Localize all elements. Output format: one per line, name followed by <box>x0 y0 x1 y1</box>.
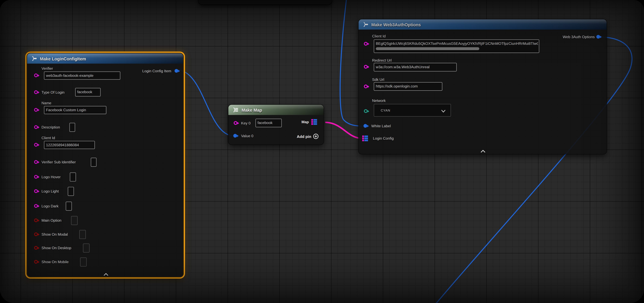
pin-verifier[interactable] <box>34 74 38 77</box>
add-pin-label: Add pin <box>297 134 311 138</box>
redirect-url-input[interactable]: w3a://com.w3a.Web3AuthUnreal <box>374 63 457 72</box>
show-on-mobile-checkbox[interactable] <box>80 258 87 266</box>
output-label-map: Map <box>302 120 309 124</box>
pin-type-of-login[interactable] <box>34 90 38 94</box>
pin-label-login-config: Login Config <box>373 136 394 141</box>
pin-label-key0: Key 0 <box>241 121 250 126</box>
pin-label-show-on-modal: Show On Modal <box>42 232 68 237</box>
pin-show-on-desktop[interactable] <box>34 246 38 250</box>
logo-dark-input[interactable] <box>66 202 72 210</box>
pin-client-id[interactable] <box>34 143 38 147</box>
pin-client-id[interactable] <box>364 42 368 46</box>
pin-login-config[interactable] <box>362 136 368 141</box>
pin-label-verifier: Verifier <box>42 66 53 71</box>
make-struct-icon <box>31 56 37 61</box>
key0-input[interactable]: facebook <box>256 119 282 127</box>
node-make-map[interactable]: Make Map Key 0 facebook Map Value 0 Add … <box>228 105 324 144</box>
pin-label-logo-light: Logo Light <box>42 189 59 194</box>
pin-label-verifier-sub-identifier: Verifier Sub Identifier <box>42 160 76 165</box>
pin-label-white-label: White Label <box>371 124 391 128</box>
client-id-input[interactable]: BEglQSgt4cUWcj6SKRdu5QkOXTsePmMcusG5EAoy… <box>374 40 539 53</box>
blueprint-graph-canvas[interactable]: Make LoginConfigItem Verifier web3auth-f… <box>0 0 644 303</box>
show-on-modal-checkbox[interactable] <box>79 230 86 239</box>
pin-label-value0: Value 0 <box>241 134 254 138</box>
pin-verifier-sub-identifier[interactable] <box>34 160 38 164</box>
pin-label-logo-dark: Logo Dark <box>42 204 58 208</box>
type-of-login-input[interactable]: facebook <box>75 88 100 96</box>
client-id-input[interactable]: 1222658941886084 <box>44 141 95 149</box>
output-label-login-config-item: Login Config Item <box>142 68 171 74</box>
pin-main-option[interactable] <box>34 218 38 222</box>
make-map-icon <box>232 107 239 112</box>
pin-logo-hover[interactable] <box>34 175 38 179</box>
make-struct-icon <box>362 22 368 27</box>
client-id-value: BEglQSgt4cUWcj6SKRdu5QkOXTsePmMcusG5EAoy… <box>376 40 538 47</box>
main-option-checkbox[interactable] <box>71 216 78 225</box>
verifier-input[interactable]: web3auth-facebook-example <box>44 72 120 80</box>
pin-label-show-on-desktop: Show On Desktop <box>42 246 71 250</box>
node-title: Make Map <box>242 107 262 112</box>
pin-logo-dark[interactable] <box>34 204 38 208</box>
add-pin-plus-icon <box>313 134 319 139</box>
add-pin-button[interactable]: Add pin <box>297 134 319 139</box>
collapse-node-button[interactable] <box>104 270 108 278</box>
pin-show-on-modal[interactable] <box>34 232 38 236</box>
pin-label-main-option: Main Option <box>42 218 62 223</box>
description-input[interactable] <box>70 123 75 132</box>
pin-sdk-url[interactable] <box>364 84 368 88</box>
network-selected-value: CYAN <box>381 108 390 112</box>
show-on-desktop-checkbox[interactable] <box>83 244 90 252</box>
node-header[interactable]: Make LoginConfigItem <box>27 53 183 64</box>
pin-value0[interactable] <box>233 134 237 138</box>
sdk-url-input[interactable]: https://sdk.openlogin.com <box>374 82 442 91</box>
node-header[interactable]: Make Web3AuthOptions <box>358 19 606 30</box>
chevron-down-icon <box>441 106 446 114</box>
node-make-web3authoptions[interactable]: Make Web3AuthOptions Client Id BEglQSgt4… <box>358 19 606 154</box>
pin-description[interactable] <box>34 125 38 129</box>
client-id-scrollbar[interactable] <box>376 47 480 50</box>
pin-white-label[interactable] <box>364 124 367 128</box>
pin-logo-light[interactable] <box>34 190 38 193</box>
logo-light-input[interactable] <box>68 187 74 196</box>
pin-label-network: Network <box>372 98 386 103</box>
node-title: Make LoginConfigItem <box>40 56 86 61</box>
pin-network[interactable] <box>364 109 368 113</box>
pin-label-type-of-login: Type Of Login <box>42 90 64 95</box>
output-label-web3auth-options: Web 3Auth Options <box>563 34 595 40</box>
node-header[interactable]: Make Map <box>228 105 324 115</box>
pin-label-client-id: Client Id <box>372 34 386 39</box>
pin-map-output[interactable] <box>311 119 317 125</box>
pin-label-show-on-mobile: Show On Mobile <box>42 260 68 264</box>
partial-node-top[interactable] <box>198 0 332 4</box>
collapse-node-button[interactable] <box>480 147 486 154</box>
logo-hover-input[interactable] <box>70 172 76 182</box>
network-dropdown[interactable]: CYAN <box>374 104 451 117</box>
pin-show-on-mobile[interactable] <box>34 260 38 264</box>
pin-login-config-item-output[interactable] <box>174 69 178 73</box>
name-input[interactable]: Facebook Custom Login <box>44 106 106 114</box>
pin-key0[interactable] <box>234 121 238 125</box>
wire-loginconfigitem-to-value0[interactable] <box>177 70 234 136</box>
pin-name[interactable] <box>34 108 38 112</box>
pin-label-description: Description <box>42 125 60 130</box>
wire-map-to-login-config[interactable] <box>325 122 362 138</box>
pin-label-client-id: Client Id <box>42 136 55 140</box>
pin-label-logo-hover: Logo Hover <box>42 174 60 180</box>
pin-label-name: Name <box>42 100 52 106</box>
pin-redirect-url[interactable] <box>364 65 368 69</box>
pin-label-redirect-url: Redirect Url <box>372 58 392 63</box>
pin-web3auth-options-output[interactable] <box>596 35 600 39</box>
node-title: Make Web3AuthOptions <box>371 22 421 27</box>
verifier-sub-identifier-input[interactable] <box>91 158 96 167</box>
node-make-loginconfigitem[interactable]: Make LoginConfigItem Verifier web3auth-f… <box>27 53 183 277</box>
pin-label-sdk-url: Sdk Url <box>372 77 384 82</box>
